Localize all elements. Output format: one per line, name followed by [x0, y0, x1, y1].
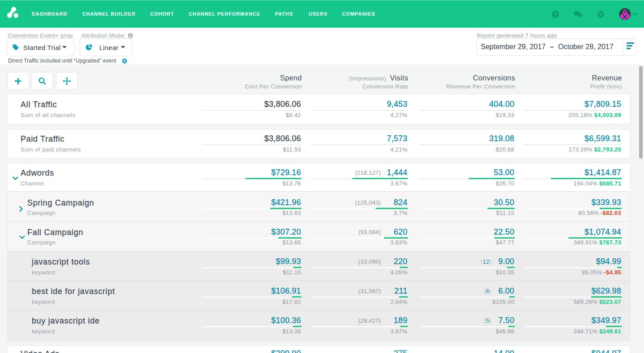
svg-text:?: ?: [554, 12, 557, 18]
